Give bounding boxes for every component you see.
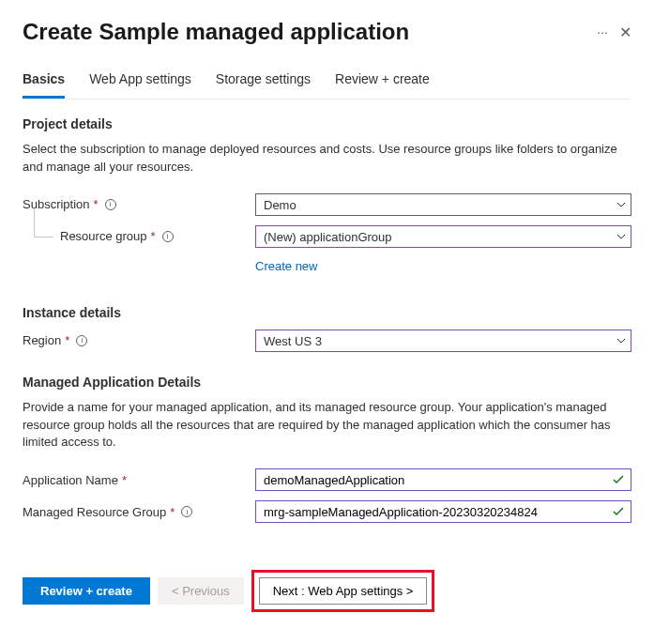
create-new-link[interactable]: Create new — [255, 259, 317, 273]
subscription-label: Subscription — [23, 197, 90, 211]
required-indicator: * — [94, 197, 99, 211]
info-icon[interactable]: i — [76, 335, 87, 346]
required-indicator: * — [170, 505, 175, 519]
more-icon[interactable]: ··· — [597, 24, 608, 39]
previous-button[interactable]: < Previous — [158, 577, 244, 605]
managed-resource-group-input[interactable] — [255, 500, 631, 523]
page-title: Create Sample managed application — [23, 19, 409, 45]
required-indicator: * — [151, 229, 156, 243]
resource-group-select[interactable]: (New) applicationGroup — [255, 225, 631, 248]
tab-review-create[interactable]: Review + create — [335, 71, 430, 99]
checkmark-icon — [613, 475, 624, 484]
required-indicator: * — [122, 473, 127, 487]
info-icon[interactable]: i — [105, 199, 116, 210]
instance-details-title: Instance details — [23, 305, 631, 320]
review-create-button[interactable]: Review + create — [23, 577, 150, 605]
info-icon[interactable]: i — [181, 506, 192, 517]
managed-app-details-title: Managed Application Details — [23, 375, 631, 390]
project-details-title: Project details — [23, 116, 631, 131]
subscription-select[interactable]: Demo — [255, 193, 631, 216]
tab-storage-settings[interactable]: Storage settings — [216, 71, 311, 99]
application-name-input[interactable] — [255, 468, 631, 491]
next-button[interactable]: Next : Web App settings > — [259, 577, 428, 605]
managed-app-details-desc: Provide a name for your managed applicat… — [23, 399, 631, 452]
project-details-desc: Select the subscription to manage deploy… — [23, 141, 631, 176]
required-indicator: * — [65, 333, 69, 347]
region-label: Region — [23, 333, 61, 347]
region-select[interactable]: West US 3 — [255, 330, 631, 352]
tab-basics[interactable]: Basics — [23, 71, 65, 99]
managed-resource-group-label: Managed Resource Group — [23, 505, 166, 519]
checkmark-icon — [613, 507, 624, 516]
tabs: Basics Web App settings Storage settings… — [23, 71, 631, 100]
close-icon[interactable]: ✕ — [619, 23, 631, 41]
application-name-label: Application Name — [23, 473, 118, 487]
highlight-annotation: Next : Web App settings > — [251, 570, 435, 612]
tab-web-app-settings[interactable]: Web App settings — [89, 71, 191, 99]
info-icon[interactable]: i — [162, 231, 174, 242]
resource-group-label: Resource group — [60, 229, 147, 243]
